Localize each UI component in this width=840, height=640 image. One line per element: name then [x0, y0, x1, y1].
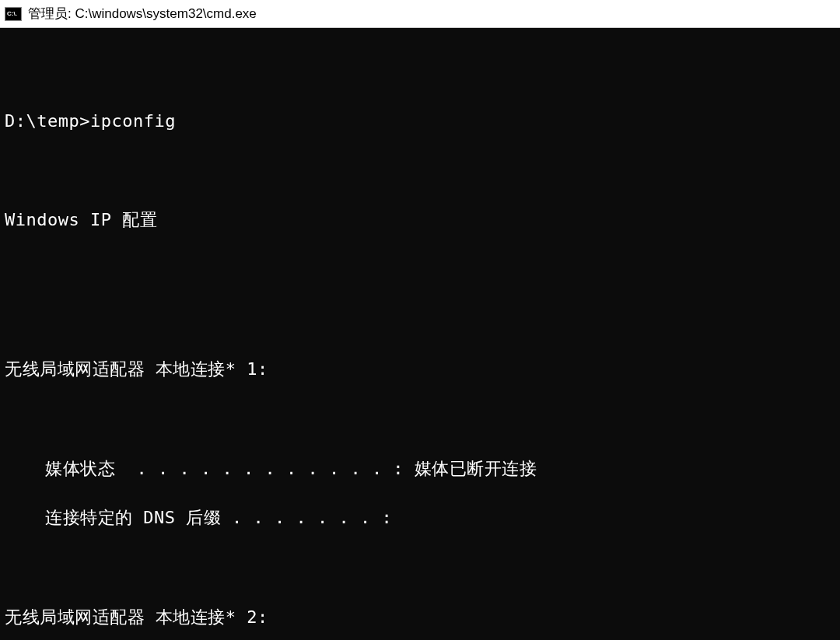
adapter2-title: 无线局域网适配器 本地连接* 2: [5, 605, 840, 630]
adapter1-media-state: 媒体状态 . . . . . . . . . . . . : 媒体已断开连接 [5, 456, 840, 481]
window-title: 管理员: C:\windows\system32\cmd.exe [28, 5, 257, 23]
cmd-icon-text: C:\. [7, 11, 17, 17]
ipconfig-header: Windows IP 配置 [5, 208, 840, 233]
window-titlebar[interactable]: C:\. 管理员: C:\windows\system32\cmd.exe [0, 0, 840, 28]
terminal-output[interactable]: D:\temp>ipconfig Windows IP 配置 无线局域网适配器 … [0, 28, 840, 640]
cmd-icon: C:\. [5, 7, 22, 21]
prompt-line: D:\temp>ipconfig [5, 109, 840, 134]
adapter1-dns-suffix: 连接特定的 DNS 后缀 . . . . . . . : [5, 505, 840, 530]
adapter1-title: 无线局域网适配器 本地连接* 1: [5, 357, 840, 382]
